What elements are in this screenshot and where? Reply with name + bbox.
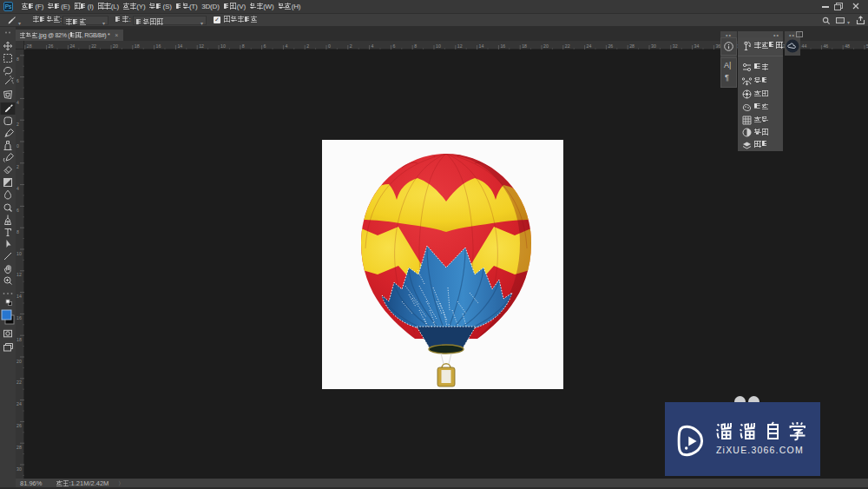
svg-text:6: 6 [264,43,266,49]
svg-text:8: 8 [414,43,417,49]
svg-text:2: 2 [16,122,19,127]
svg-text:14: 14 [16,294,22,299]
svg-text:18: 18 [522,43,527,49]
svg-text:24: 24 [587,43,592,49]
svg-text:22: 22 [91,43,96,49]
svg-text:14: 14 [177,43,182,49]
svg-text:24: 24 [69,43,75,49]
svg-text:2: 2 [306,43,309,49]
svg-text:8: 8 [16,56,19,62]
svg-text:10: 10 [436,43,441,49]
svg-text:16: 16 [500,43,505,49]
svg-text:46: 46 [823,43,828,49]
svg-text:4: 4 [16,100,19,105]
svg-text:28: 28 [629,43,635,49]
svg-text:4: 4 [372,43,374,49]
svg-text:24: 24 [16,401,22,406]
svg-text:6: 6 [392,43,395,49]
svg-text:4: 4 [285,43,287,49]
svg-text:44: 44 [802,43,807,49]
svg-text:30: 30 [16,466,22,472]
svg-text:20: 20 [113,43,118,49]
svg-text:0: 0 [16,143,19,149]
svg-text:18: 18 [16,337,22,342]
svg-text:20: 20 [16,359,22,364]
svg-text:12: 12 [199,43,204,49]
svg-text:28: 28 [16,445,22,450]
svg-text:0: 0 [328,43,331,49]
svg-text:28: 28 [27,43,32,49]
svg-text:16: 16 [156,43,161,49]
svg-text:20: 20 [543,43,549,49]
svg-text:12: 12 [457,43,463,49]
svg-text:26: 26 [49,43,54,49]
svg-text:16: 16 [16,315,22,320]
svg-text:30: 30 [651,43,656,49]
svg-text:32: 32 [673,43,678,49]
svg-text:2: 2 [16,164,19,169]
svg-text:2: 2 [350,43,352,49]
svg-text:22: 22 [565,43,570,49]
svg-text:26: 26 [16,423,22,428]
svg-text:26: 26 [608,43,613,49]
svg-text:48: 48 [845,43,850,49]
svg-text:8: 8 [242,43,245,49]
svg-text:4: 4 [16,186,19,191]
svg-text:10: 10 [220,43,226,49]
svg-text:18: 18 [135,43,140,49]
svg-text:6: 6 [16,208,19,213]
svg-text:6: 6 [16,78,19,83]
svg-text:8: 8 [16,229,19,235]
svg-text:34: 34 [694,43,700,49]
svg-text:10: 10 [16,251,22,256]
svg-text:12: 12 [16,272,22,277]
svg-text:22: 22 [16,380,22,385]
svg-text:14: 14 [479,43,484,49]
